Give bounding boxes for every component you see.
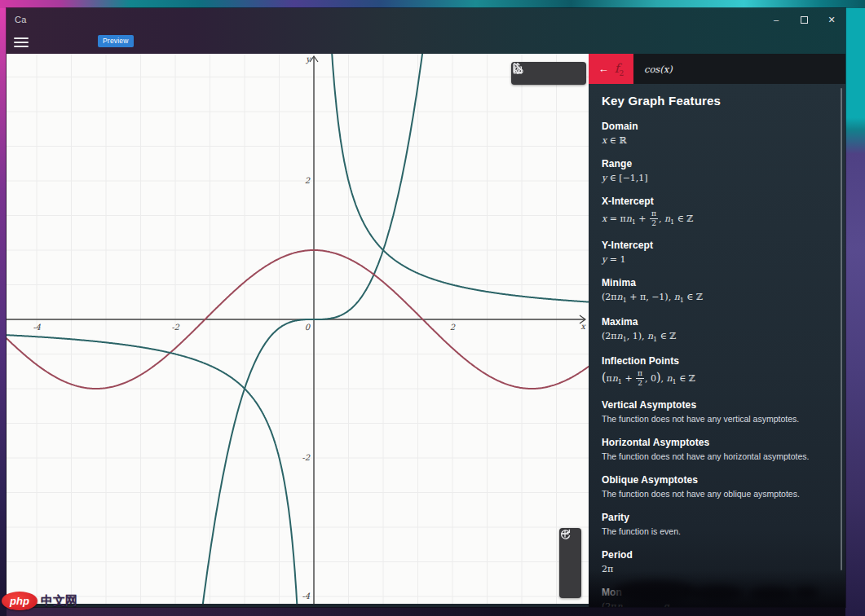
svg-text:-4: -4 xyxy=(33,323,41,332)
refresh-icon xyxy=(559,528,572,540)
feature-value: y ∈ [−1,1] xyxy=(602,173,845,183)
feature-value: (2πn1 + π, −1), n1 ∈ ℤ xyxy=(602,292,845,304)
close-button[interactable]: ✕ xyxy=(818,8,845,31)
panel-title: Key Graph Features xyxy=(602,94,845,108)
feature-value: (2πn1, 1), n1 ∈ ℤ xyxy=(602,331,845,343)
feature-heading: Oblique Asymptotes xyxy=(602,474,845,486)
feature-section: Horizontal Asymptotes The function does … xyxy=(602,437,845,462)
function-back-button[interactable]: ← f2 xyxy=(589,54,633,84)
feature-value: x ∈ ℝ xyxy=(602,135,845,146)
share-button[interactable] xyxy=(538,64,559,83)
graph-area[interactable]: -4-222-2-40xy xyxy=(7,54,589,604)
feature-value: (2πn1g xyxy=(602,601,845,607)
svg-text:-4: -4 xyxy=(302,592,310,601)
feature-value: The function does not have any oblique a… xyxy=(602,489,845,499)
blur-artifact xyxy=(748,587,794,601)
svg-text:2: 2 xyxy=(305,176,311,185)
feature-section: X-Intercept x = πn1 + π2, n1 ∈ ℤ xyxy=(602,196,845,227)
feature-heading: Inflection Points xyxy=(602,355,845,367)
graph-toolbar xyxy=(511,62,586,85)
feature-heading: Maxima xyxy=(602,316,845,328)
feature-section: Oblique Asymptotes The function does not… xyxy=(602,474,845,499)
feature-sections: Domain x ∈ ℝ Range y ∈ [−1,1] X-Intercep… xyxy=(602,121,845,607)
wallpaper-top xyxy=(0,0,865,8)
feature-section: Domain x ∈ ℝ xyxy=(602,121,845,146)
panel-header: ← f2 cos(x) xyxy=(589,54,845,84)
feature-value: x = πn1 + π2, n1 ∈ ℤ xyxy=(602,210,845,227)
blur-artifact xyxy=(613,580,698,603)
maximize-button[interactable] xyxy=(790,8,818,31)
blur-artifact xyxy=(794,587,819,599)
zoom-controls xyxy=(559,528,581,598)
menu-row: Preview xyxy=(7,31,845,54)
minimize-button[interactable]: – xyxy=(762,8,790,31)
feature-value: The function does not have any vertical … xyxy=(602,414,845,425)
preview-badge: Preview xyxy=(98,35,134,47)
calculator-window: Ca – ✕ Preview -4-222-2-40xy xyxy=(7,8,845,607)
php-logo: php xyxy=(2,592,38,610)
plot-svg[interactable]: -4-222-2-40xy xyxy=(7,54,589,604)
svg-text:0: 0 xyxy=(305,323,311,332)
window-chrome: Ca – ✕ Preview xyxy=(7,8,845,54)
feature-heading: Y-Intercept xyxy=(602,240,845,251)
feature-section: Maxima (2πn1, 1), n1 ∈ ℤ xyxy=(602,316,845,343)
panel-body: Key Graph Features Domain x ∈ ℝ Range y … xyxy=(589,84,845,607)
hamburger-menu-icon[interactable] xyxy=(14,37,29,48)
svg-text:-2: -2 xyxy=(302,453,310,462)
feature-heading: Minima xyxy=(602,277,845,288)
feature-section: Inflection Points (πn1 + π2, 0), n1 ∈ ℤ xyxy=(602,355,845,387)
feature-heading: Range xyxy=(602,158,845,169)
feature-section: Range y ∈ [−1,1] xyxy=(602,158,845,183)
maximize-icon xyxy=(801,16,808,24)
back-arrow-icon: ← xyxy=(598,63,609,75)
watermark-text: 中文网 xyxy=(41,593,77,609)
svg-text:-2: -2 xyxy=(171,323,179,332)
graph-options-button[interactable] xyxy=(563,64,585,83)
reset-zoom-button[interactable] xyxy=(559,576,581,597)
feature-section: Y-Intercept y = 1 xyxy=(602,240,845,265)
feature-heading: Vertical Asymptotes xyxy=(602,399,845,411)
watermark: php 中文网 xyxy=(2,592,77,610)
feature-value: (πn1 + π2, 0), n1 ∈ ℤ xyxy=(602,370,845,387)
feature-value: The function does not have any horizonta… xyxy=(602,451,845,462)
function-label: f2 xyxy=(615,61,624,77)
wallpaper-bottom xyxy=(7,607,845,616)
feature-heading: Horizontal Asymptotes xyxy=(602,437,845,448)
wallpaper-right xyxy=(845,8,865,616)
feature-section: Minima (2πn1 + π, −1), n1 ∈ ℤ xyxy=(602,277,845,304)
feature-value: The function is even. xyxy=(602,526,845,537)
svg-text:x: x xyxy=(580,322,586,331)
feature-value: 2π xyxy=(602,564,845,574)
key-graph-features-panel: ← f2 cos(x) Key Graph Features Domain x … xyxy=(589,54,845,607)
svg-text:y: y xyxy=(305,55,311,64)
blur-artifact xyxy=(691,585,744,601)
panel-scrollbar[interactable] xyxy=(841,88,842,570)
feature-heading: Parity xyxy=(602,512,845,523)
app-title: Ca xyxy=(15,15,27,24)
svg-text:2: 2 xyxy=(450,323,456,332)
feature-section: Vertical Asymptotes The function does no… xyxy=(602,399,845,425)
expression-display: cos(x) xyxy=(633,54,673,84)
feature-heading: Domain xyxy=(602,121,845,132)
wallpaper-left xyxy=(0,8,7,616)
feature-section: Period 2π xyxy=(602,549,845,574)
feature-heading: Period xyxy=(602,549,845,561)
feature-value: y = 1 xyxy=(602,254,845,265)
titlebar[interactable]: Ca – ✕ xyxy=(7,8,845,31)
feature-section: Parity The function is even. xyxy=(602,512,845,537)
feature-heading: X-Intercept xyxy=(602,196,845,207)
graph-options-icon xyxy=(511,62,524,75)
zoom-out-button[interactable] xyxy=(559,552,581,574)
screen: Ca – ✕ Preview -4-222-2-40xy xyxy=(0,0,865,616)
